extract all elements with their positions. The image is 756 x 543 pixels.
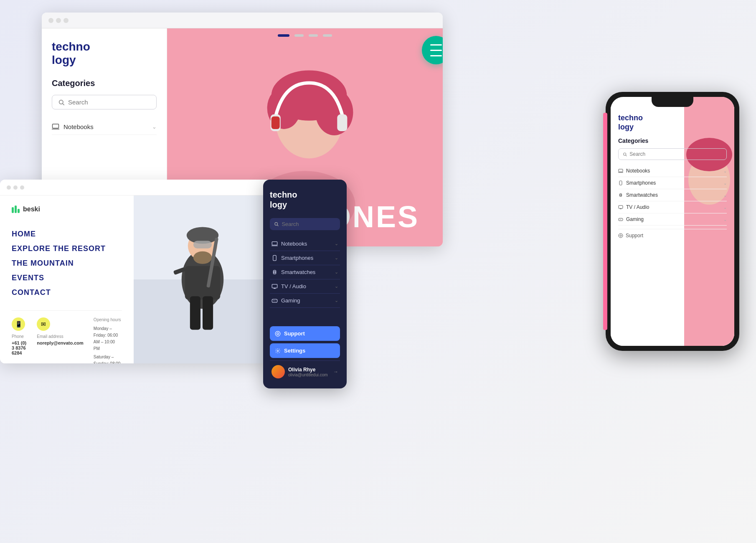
phone-phone-icon — [618, 180, 623, 185]
slide-dot-1[interactable] — [278, 34, 289, 37]
phone-support[interactable]: Support — [618, 229, 727, 242]
phone-search-box[interactable] — [618, 148, 727, 160]
beski-phone-contact: 📱 Phone +61 (0) 3 8376 6284 — [12, 317, 27, 363]
beski-logo-text: beski — [23, 206, 40, 213]
email-value: noreply@envato.com — [37, 340, 84, 345]
svg-rect-11 — [271, 117, 280, 129]
beski-logo-icon — [12, 206, 20, 213]
dark-user-row: Olivia Rhye olivia@untitledui.com → — [270, 360, 340, 378]
beski-logo: beski — [12, 206, 122, 213]
svg-point-32 — [275, 331, 280, 336]
beski-nav-contact[interactable]: CONTACT — [12, 288, 122, 297]
user-arrow-icon[interactable]: → — [333, 369, 338, 375]
svg-point-46 — [619, 233, 623, 238]
desktop-logo-text: techno logy — [52, 40, 157, 67]
phone-icon-circle: 📱 — [12, 317, 25, 331]
beski-hours-contact: Opening hours Monday – Friday: 06:00 AM … — [94, 317, 122, 363]
beski-nav-mountain[interactable]: THE MOUNTAIN — [12, 259, 122, 268]
phone-notch — [652, 97, 693, 107]
dark-cat-smartwatches[interactable]: Smartwatches ⌄ — [270, 265, 340, 279]
weekend-hours: Saturday – Sunday: 08:00 AM – 08:00 PM — [94, 354, 122, 363]
categories-heading: Categories — [52, 79, 157, 88]
phone-search-input[interactable] — [629, 151, 722, 157]
dark-watch-icon — [271, 269, 278, 275]
notebooks-label: Notebooks — [63, 123, 94, 130]
email-icon-circle: ✉ — [37, 317, 50, 331]
phone-smartphones-label: Smartphones — [626, 180, 656, 186]
svg-point-29 — [274, 272, 276, 273]
search-icon — [58, 99, 65, 106]
desktop-search-input[interactable] — [68, 99, 150, 106]
slide-dot-2[interactable] — [294, 34, 304, 37]
support-button[interactable]: Support — [270, 326, 340, 341]
phone-value: +61 (0) 3 8376 6284 — [12, 340, 27, 355]
svg-point-34 — [277, 350, 279, 352]
beski-nav-items: HOME EXPLORE THE RESORT THE MOUNTAIN EVE… — [12, 230, 122, 297]
phone-cat-smartphones[interactable]: Smartphones ⌄ — [618, 177, 727, 189]
email-label: Email address — [37, 334, 84, 339]
phone-watch-icon — [618, 193, 623, 198]
weekday-hours: Monday – Friday: 06:00 AM – 10:00 PM — [94, 325, 122, 352]
dark-cat-smartphones[interactable]: Smartphones ⌄ — [270, 251, 340, 265]
dark-cat-notebooks[interactable]: Notebooks ⌄ — [270, 237, 340, 251]
user-info: Olivia Rhye olivia@untitledui.com — [288, 367, 330, 377]
user-email: olivia@untitledui.com — [288, 373, 330, 377]
phone-search-icon — [623, 152, 627, 157]
user-name: Olivia Rhye — [288, 367, 330, 373]
phone-game-icon — [618, 217, 623, 222]
beski-nav-home[interactable]: HOME — [12, 230, 122, 239]
svg-point-24 — [275, 223, 278, 226]
dark-laptop-icon — [271, 241, 278, 247]
svg-point-47 — [620, 235, 622, 236]
svg-line-39 — [626, 155, 627, 156]
beski-dot-1 — [7, 185, 11, 190]
svg-rect-17 — [193, 241, 212, 249]
svg-rect-19 — [185, 266, 220, 299]
phone-inner: techno logy Categories — [611, 97, 734, 346]
phone-notebooks-label: Notebooks — [626, 168, 650, 174]
phone-cat-tv-audio[interactable]: TV / Audio ⌄ — [618, 201, 727, 213]
category-item-notebooks[interactable]: Notebooks ⌄ — [52, 119, 157, 135]
desktop-logo: techno logy — [52, 40, 157, 67]
dark-cat-tv-audio[interactable]: TV / Audio ⌄ — [270, 279, 340, 294]
dark-search-input[interactable] — [282, 221, 336, 227]
opening-hours-label: Opening hours — [94, 317, 122, 322]
dark-logo: techno logy — [270, 190, 340, 210]
beski-browser-mockup: beski HOME EXPLORE THE RESORT THE MOUNTA… — [0, 180, 271, 363]
slide-dot-4[interactable] — [323, 34, 332, 37]
svg-rect-41 — [619, 181, 622, 185]
phone-tv-label: TV / Audio — [626, 204, 649, 210]
beski-dot-2 — [13, 185, 18, 190]
dark-cat-gaming-label: Gaming — [281, 297, 300, 304]
svg-point-18 — [193, 251, 212, 264]
slide-dot-3[interactable] — [309, 34, 318, 37]
beski-nav-events[interactable]: EVENTS — [12, 274, 122, 282]
dark-search-box[interactable] — [270, 218, 340, 230]
support-icon — [275, 331, 281, 337]
browser-dot-yellow — [56, 18, 61, 23]
dark-search-icon — [274, 221, 279, 227]
dark-phone-icon — [271, 255, 278, 261]
beski-image-area — [134, 195, 271, 363]
hamburger-line-1 — [430, 44, 442, 46]
svg-rect-2 — [53, 124, 59, 128]
browser-dots — [48, 18, 68, 23]
dark-bottom-section: Support Settings Olivia Rhye olivia@unti… — [270, 326, 340, 378]
svg-point-38 — [624, 153, 626, 155]
svg-point-0 — [59, 100, 63, 104]
svg-rect-22 — [190, 296, 200, 330]
svg-line-1 — [63, 104, 64, 105]
beski-nav-explore[interactable]: EXPLORE THE RESORT — [12, 244, 122, 253]
phone-smartwatches-label: Smartwatches — [626, 192, 658, 198]
phone-categories-title: Categories — [618, 137, 727, 144]
dark-logo-text: techno logy — [270, 190, 340, 210]
dark-game-icon — [271, 297, 278, 304]
settings-button[interactable]: Settings — [270, 343, 340, 358]
dark-cat-gaming[interactable]: Gaming ⌄ — [270, 294, 340, 308]
phone-cat-notebooks[interactable]: Notebooks ⌄ — [618, 165, 727, 177]
dark-cat-smartwatches-label: Smartwatches — [281, 269, 315, 275]
beski-dot-3 — [20, 185, 24, 190]
desktop-search-box[interactable] — [52, 95, 157, 109]
phone-cat-smartwatches[interactable]: Smartwatches ⌄ — [618, 189, 727, 201]
phone-cat-gaming[interactable]: Gaming ⌄ — [618, 213, 727, 226]
